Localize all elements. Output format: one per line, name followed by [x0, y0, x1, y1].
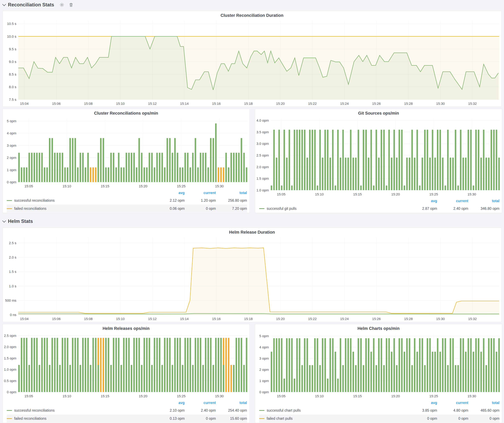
gear-icon[interactable] — [59, 2, 64, 7]
svg-text:15:04: 15:04 — [20, 102, 29, 106]
legend: avg current total successful reconciliat… — [3, 189, 250, 213]
legend-sort-total[interactable]: total — [468, 401, 499, 405]
legend-row[interactable]: successful reconciliations 2.10 opm 2.40… — [7, 406, 247, 414]
panel-title[interactable]: Helm Releases ops/min — [3, 324, 250, 332]
svg-text:15:10: 15:10 — [116, 317, 125, 321]
panel-title[interactable]: Helm Charts ops/min — [255, 324, 502, 332]
svg-text:15:06: 15:06 — [52, 102, 61, 106]
series-label[interactable]: successful reconciliations — [14, 198, 55, 203]
svg-text:15:12: 15:12 — [148, 102, 157, 106]
svg-text:15:22: 15:22 — [308, 317, 317, 321]
helm-charts-ops-chart[interactable]: 15:0515:1015:1515:2015:2515:300 opm1 opm… — [255, 332, 502, 399]
stat-total: 15.60 opm — [216, 417, 247, 421]
legend-sort-current[interactable]: current — [437, 199, 468, 203]
legend-sort-avg[interactable]: avg — [154, 191, 185, 195]
series-color-dash — [7, 208, 12, 209]
panel-title[interactable]: Helm Release Duration — [3, 228, 501, 236]
stat-total: 254.40 opm — [216, 408, 247, 412]
legend-sort-current[interactable]: current — [437, 401, 468, 405]
panel-title[interactable]: Git Sources ops/min — [255, 109, 502, 117]
stat-avg: 0 opm — [406, 417, 437, 421]
legend-sort-avg[interactable]: avg — [406, 199, 437, 203]
svg-text:15:14: 15:14 — [180, 102, 189, 106]
svg-text:3 opm: 3 opm — [259, 357, 269, 360]
series-color-dash — [7, 410, 12, 411]
svg-text:15:05: 15:05 — [24, 184, 33, 188]
svg-text:15:30: 15:30 — [215, 184, 224, 188]
svg-text:5 opm: 5 opm — [259, 334, 269, 338]
legend-row[interactable]: successful chart pulls 3.85 opm 4.80 opm… — [259, 406, 499, 414]
svg-text:4 opm: 4 opm — [7, 131, 16, 135]
svg-text:2 opm: 2 opm — [259, 368, 269, 372]
svg-text:2.5 s: 2.5 s — [9, 241, 16, 245]
svg-text:15:05: 15:05 — [277, 192, 286, 196]
svg-text:2 opm: 2 opm — [7, 156, 16, 160]
series-label[interactable]: failed chart pulls — [267, 417, 293, 421]
panel-helm-charts-ops: Helm Charts ops/min 15:0515:1015:1515:20… — [255, 324, 502, 423]
svg-text:8.0 s: 8.0 s — [9, 85, 16, 89]
section-header-reconciliation-stats[interactable]: Reconciliation Stats — [0, 0, 504, 10]
svg-text:15:20: 15:20 — [391, 192, 400, 196]
legend-row[interactable]: failed chart pulls 0 opm 0 opm 0 opm — [259, 414, 499, 423]
stat-total: 256.80 opm — [216, 198, 247, 203]
svg-text:3 opm: 3 opm — [7, 144, 16, 147]
svg-text:15:24: 15:24 — [340, 317, 349, 321]
svg-text:4 opm: 4 opm — [259, 345, 269, 349]
legend-sort-total[interactable]: total — [216, 191, 247, 195]
svg-text:1.0 s: 1.0 s — [9, 284, 16, 288]
legend-sort-avg[interactable]: avg — [406, 401, 437, 405]
svg-text:15:25: 15:25 — [429, 192, 438, 196]
panel-title[interactable]: Cluster Reconciliations ops/min — [3, 109, 250, 117]
helm-releases-ops-chart[interactable]: 15:0515:1015:1515:2015:2515:300 opm0.5 o… — [3, 332, 250, 399]
series-label[interactable]: failed reconciliations — [14, 417, 47, 421]
series-label[interactable]: successful git pulls — [267, 206, 297, 211]
series-label[interactable]: successful reconciliations — [14, 408, 55, 412]
svg-text:15:05: 15:05 — [24, 394, 33, 398]
svg-text:15:12: 15:12 — [148, 317, 157, 321]
svg-text:2.5 opm: 2.5 opm — [4, 334, 17, 338]
stat-avg: 0.06 opm — [154, 206, 185, 211]
chevron-down-icon — [2, 219, 6, 223]
git-sources-ops-chart[interactable]: 15:0515:1015:1515:2015:2515:301.0 opm1.5… — [255, 117, 502, 197]
svg-text:3.5 opm: 3.5 opm — [257, 130, 269, 134]
legend-sort-avg[interactable]: avg — [154, 401, 185, 405]
stat-total: 346.80 opm — [468, 206, 499, 211]
legend-row[interactable]: failed reconciliations 0.06 opm 0 opm 7.… — [7, 205, 247, 213]
legend-sort-total[interactable]: total — [216, 401, 247, 405]
panel-title[interactable]: Cluster Reconciliation Duration — [3, 11, 501, 19]
trash-icon[interactable] — [69, 2, 73, 7]
series-label[interactable]: successful chart pulls — [267, 408, 301, 412]
legend-row[interactable]: failed reconciliations 0.13 opm 0 opm 15… — [7, 414, 247, 423]
svg-text:15:10: 15:10 — [63, 394, 71, 398]
svg-text:15:10: 15:10 — [315, 192, 324, 196]
svg-text:1.5 opm: 1.5 opm — [257, 177, 269, 181]
cluster-reconciliations-ops-chart[interactable]: 15:0515:1015:1515:2015:2515:300 opm1 opm… — [3, 117, 250, 189]
stat-total: 0 opm — [468, 417, 499, 421]
svg-text:15:32: 15:32 — [468, 102, 477, 106]
svg-text:15:30: 15:30 — [436, 317, 445, 321]
svg-text:15:20: 15:20 — [139, 184, 147, 188]
stat-total: 7.20 opm — [216, 206, 247, 211]
legend-sort-total[interactable]: total — [468, 199, 499, 203]
section-header-helm-stats[interactable]: Helm Stats — [0, 217, 504, 226]
svg-text:15:16: 15:16 — [212, 317, 221, 321]
stat-total: 465.60 opm — [468, 408, 499, 412]
stat-avg: 2.12 opm — [154, 198, 185, 203]
panel-cluster-reconciliation-duration: Cluster Reconciliation Duration 15:0415:… — [2, 11, 502, 107]
svg-text:15:30: 15:30 — [468, 192, 476, 196]
svg-text:15:15: 15:15 — [101, 184, 109, 188]
legend-sort-current[interactable]: current — [185, 401, 216, 405]
svg-text:15:30: 15:30 — [468, 394, 476, 398]
svg-text:15:08: 15:08 — [84, 317, 93, 321]
section-title: Helm Stats — [8, 218, 33, 224]
svg-text:15:16: 15:16 — [212, 102, 221, 106]
legend-row[interactable]: successful git pulls 2.87 opm 2.40 opm 3… — [259, 205, 499, 213]
helm-release-duration-chart[interactable]: 15:0415:0615:0815:1015:1215:1415:1615:18… — [3, 236, 501, 322]
svg-text:15:30: 15:30 — [215, 394, 224, 398]
legend-row[interactable]: successful reconciliations 2.12 opm 1.20… — [7, 196, 247, 205]
stat-current: 2.40 opm — [185, 408, 216, 412]
cluster-reconciliation-duration-chart[interactable]: 15:0415:0615:0815:1015:1215:1415:1615:18… — [3, 19, 501, 107]
svg-text:15:20: 15:20 — [276, 102, 285, 106]
legend-sort-current[interactable]: current — [185, 191, 216, 195]
series-label[interactable]: failed reconciliations — [14, 206, 47, 211]
